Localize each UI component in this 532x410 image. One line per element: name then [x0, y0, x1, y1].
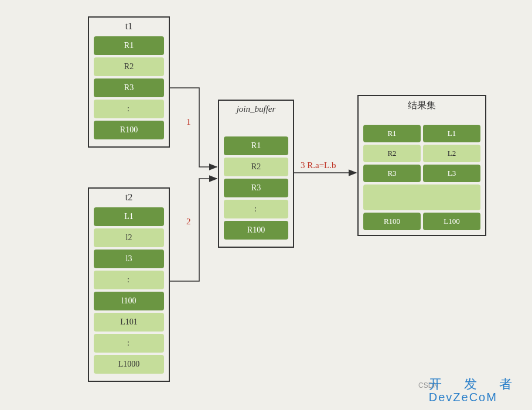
cell: L2	[423, 145, 480, 162]
gap-row	[363, 184, 480, 210]
cell: R2	[363, 145, 421, 162]
cell: L1000	[94, 355, 164, 374]
cell: L101	[94, 313, 164, 332]
cell: L100	[423, 213, 480, 230]
t1-rows: R1R2R3:R100	[89, 36, 169, 146]
cell: R2	[94, 57, 164, 76]
join-rows: R1R2R3:R100	[219, 119, 293, 247]
cell: R3	[94, 78, 164, 97]
cell: R1	[224, 136, 288, 155]
cell: :	[94, 100, 164, 118]
cell: :	[224, 200, 288, 218]
result-pair: R1L1	[363, 125, 480, 142]
result-title: 结果集	[359, 96, 485, 117]
t2-title: t2	[89, 189, 169, 207]
cell: R3	[224, 179, 288, 197]
join-title: join_buffer	[219, 101, 293, 119]
devze-watermark: 开 发 者 DevZеCoM	[429, 375, 521, 404]
cell: R100	[363, 213, 421, 230]
cell: l100	[94, 292, 164, 310]
cell: :	[94, 334, 164, 353]
result-rows: R1L1R2L2R3L3R100L100	[359, 117, 485, 235]
t2-table: t2 L1l2l3:l100L101:L1000	[88, 187, 170, 382]
cell: :	[94, 271, 164, 289]
t1-title: t1	[89, 18, 169, 36]
cell: R1	[363, 125, 421, 142]
cell: R1	[94, 36, 164, 55]
t1-table: t1 R1R2R3:R100	[88, 16, 170, 148]
cell: L1	[423, 125, 480, 142]
result-set: 结果集 R1L1R2L2R3L3R100L100	[357, 95, 486, 236]
result-pair: R3L3	[363, 165, 480, 182]
cell: R100	[94, 121, 164, 139]
arrow-label-1: 1	[186, 117, 191, 127]
arrow-label-3: 3 R.a=L.b	[301, 160, 336, 170]
cell: R2	[224, 158, 288, 176]
cell: R3	[363, 165, 421, 182]
result-pair: R100L100	[363, 213, 480, 230]
cell: l3	[94, 250, 164, 268]
join-buffer: join_buffer R1R2R3:R100	[218, 100, 294, 248]
cell: L1	[94, 207, 164, 226]
t2-rows: L1l2l3:l100L101:L1000	[89, 207, 169, 381]
cell: L3	[423, 165, 480, 182]
result-pair: R2L2	[363, 145, 480, 162]
cell: l2	[94, 228, 164, 247]
cell: R100	[224, 221, 288, 240]
arrow-label-2: 2	[186, 217, 191, 227]
